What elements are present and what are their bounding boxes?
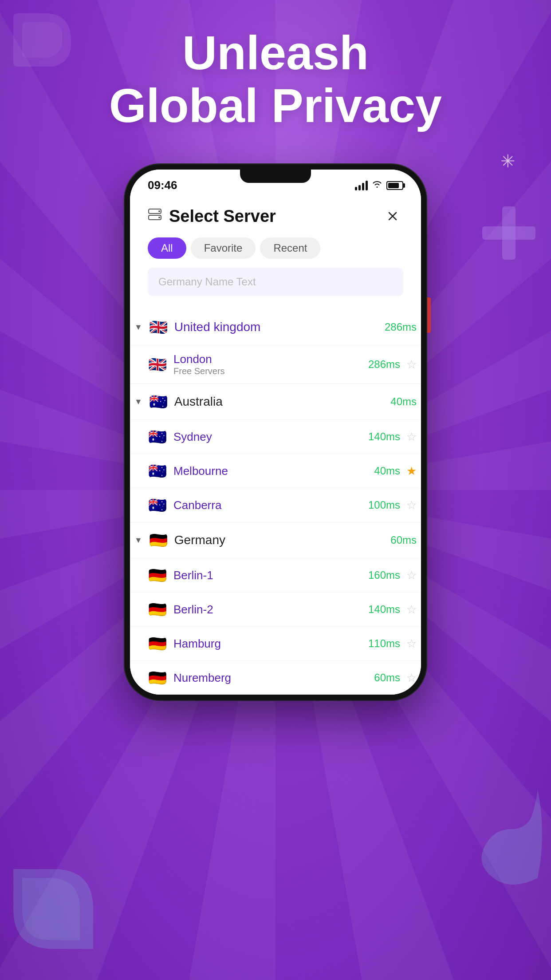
latency-berlin2: 140ms (368, 603, 400, 616)
server-name-main-nuremberg: Nuremberg (173, 671, 368, 685)
spark-icon: ✳ (500, 151, 516, 171)
server-name-main-berlin1: Berlin-1 (173, 569, 362, 582)
chevron-down-icon-de: ▼ (134, 536, 142, 545)
wifi-icon (372, 180, 382, 190)
phone-notch (240, 170, 311, 183)
favorite-star-berlin1[interactable]: ☆ (406, 569, 417, 582)
server-name-main-hamburg: Hamburg (173, 637, 362, 651)
latency-melbourne: 40ms (374, 465, 400, 477)
latency-nuremberg: 60ms (374, 672, 400, 684)
server-name-canberra: Canberra (173, 498, 362, 512)
signal-icon (355, 181, 368, 190)
close-button[interactable] (382, 205, 403, 227)
header-left: Select Server (148, 207, 276, 226)
favorite-star-sydney[interactable]: ☆ (406, 430, 417, 444)
flag-berlin2: 🇩🇪 (148, 600, 167, 619)
tab-favorite[interactable]: Favorite (191, 237, 256, 259)
filter-tabs: All Favorite Recent (148, 237, 403, 259)
favorite-star-canberra[interactable]: ☆ (406, 498, 417, 512)
country-row-de[interactable]: ▼ 🇩🇪 Germany 60ms (130, 522, 421, 558)
server-name-main-melbourne: Melbourne (173, 464, 368, 478)
tab-recent[interactable]: Recent (260, 237, 320, 259)
favorite-star-hamburg[interactable]: ☆ (406, 637, 417, 651)
country-row-uk[interactable]: ▼ 🇬🇧 United kingdom 286ms (130, 309, 421, 345)
flag-canberra: 🇦🇺 (148, 495, 167, 515)
chevron-down-icon: ▼ (134, 323, 142, 332)
latency-london: 286ms (368, 358, 400, 371)
favorite-star-london[interactable]: ☆ (406, 358, 417, 371)
country-name-au: Australia (174, 395, 384, 409)
server-row-berlin2[interactable]: 🇩🇪 Berlin-2 140ms ☆ (130, 592, 421, 626)
deco-bottom-left-icon (9, 865, 98, 953)
country-row-au[interactable]: ▼ 🇦🇺 Australia 40ms (130, 384, 421, 419)
tab-all[interactable]: All (148, 237, 186, 259)
svg-point-4 (158, 210, 160, 212)
flag-uk: 🇬🇧 (149, 317, 168, 337)
flag-nuremberg: 🇩🇪 (148, 668, 167, 688)
svg-rect-1 (482, 226, 535, 240)
server-subtitle-london: Free Servers (173, 366, 362, 376)
server-row-nuremberg[interactable]: 🇩🇪 Nuremberg 60ms ☆ (130, 660, 421, 695)
chevron-down-icon-au: ▼ (134, 397, 142, 407)
flag-melbourne: 🇦🇺 (148, 461, 167, 481)
hero-title-line2: Global Privacy (18, 79, 533, 132)
server-name-main-london: London (173, 352, 362, 366)
flag-london: 🇬🇧 (148, 355, 167, 374)
status-time: 09:46 (148, 178, 177, 192)
server-row-berlin1[interactable]: 🇩🇪 Berlin-1 160ms ☆ (130, 558, 421, 592)
latency-de: 60ms (390, 534, 417, 546)
server-name-berlin2: Berlin-2 (173, 603, 362, 616)
server-row-sydney[interactable]: 🇦🇺 Sydney 140ms ☆ (130, 419, 421, 454)
favorite-star-melbourne[interactable]: ★ (406, 464, 417, 478)
phone-screen: 09:46 (130, 170, 421, 695)
search-placeholder: Germany Name Text (158, 276, 256, 288)
flag-sydney: 🇦🇺 (148, 427, 167, 447)
server-row-melbourne[interactable]: 🇦🇺 Melbourne 40ms ★ (130, 454, 421, 488)
server-list: ▼ 🇬🇧 United kingdom 286ms 🇬🇧 London Free… (130, 309, 421, 695)
latency-berlin1: 160ms (368, 569, 400, 581)
server-name-sydney: Sydney (173, 430, 362, 444)
app-header: Select Server (148, 205, 403, 227)
app-header-title: Select Server (169, 207, 276, 226)
server-name-nuremberg: Nuremberg (173, 671, 368, 685)
svg-point-5 (158, 217, 160, 218)
server-row-hamburg[interactable]: 🇩🇪 Hamburg 110ms ☆ (130, 626, 421, 660)
deco-boomerang-icon (458, 767, 547, 900)
phone-frame: 09:46 (125, 164, 426, 700)
server-name-main-sydney: Sydney (173, 430, 362, 444)
flag-de: 🇩🇪 (149, 530, 168, 550)
favorite-star-nuremberg[interactable]: ☆ (406, 671, 417, 685)
server-name-main-berlin2: Berlin-2 (173, 603, 362, 616)
search-bar[interactable]: Germany Name Text (148, 268, 403, 296)
latency-sydney: 140ms (368, 431, 400, 443)
hero-title-line1: Unleash (18, 27, 533, 79)
status-icons (355, 180, 403, 190)
server-name-hamburg: Hamburg (173, 637, 362, 651)
country-name-uk: United kingdom (174, 320, 378, 334)
favorite-star-berlin2[interactable]: ☆ (406, 603, 417, 616)
hero-title: Unleash Global Privacy (0, 27, 551, 132)
server-name-london: London Free Servers (173, 352, 362, 376)
latency-canberra: 100ms (368, 499, 400, 511)
server-name-melbourne: Melbourne (173, 464, 368, 478)
server-name-main-canberra: Canberra (173, 498, 362, 512)
country-name-de: Germany (174, 533, 384, 547)
flag-au: 🇦🇺 (149, 392, 168, 411)
phone-wrapper: 09:46 (125, 164, 426, 700)
app-content: Select Server All Favorite Recent (130, 197, 421, 309)
server-name-berlin1: Berlin-1 (173, 569, 362, 582)
battery-icon (386, 181, 403, 190)
latency-uk: 286ms (385, 321, 417, 333)
flag-hamburg: 🇩🇪 (148, 634, 167, 653)
latency-hamburg: 110ms (368, 637, 400, 650)
flag-berlin1: 🇩🇪 (148, 565, 167, 585)
deco-cross-icon (480, 204, 538, 262)
latency-au: 40ms (390, 395, 417, 408)
server-row-london[interactable]: 🇬🇧 London Free Servers 286ms ☆ (130, 345, 421, 383)
server-row-canberra[interactable]: 🇦🇺 Canberra 100ms ☆ (130, 488, 421, 522)
server-list-icon (148, 207, 162, 225)
